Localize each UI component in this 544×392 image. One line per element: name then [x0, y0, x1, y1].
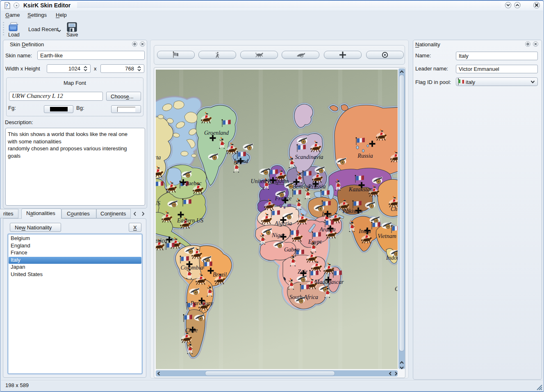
svg-text:Kazakstan: Kazakstan: [348, 186, 373, 193]
svg-text:Brazil: Brazil: [213, 272, 227, 278]
svg-text:?: ?: [6, 3, 8, 9]
svg-text:Gabon: Gabon: [284, 247, 300, 253]
svg-text:Egypt: Egypt: [308, 239, 322, 245]
svg-text:United Kingdom: United Kingdom: [251, 178, 289, 184]
svg-text:Groenland: Groenland: [204, 130, 229, 136]
svg-text:Russia: Russia: [357, 153, 373, 159]
svg-text:Chi: Chi: [391, 206, 398, 212]
svg-text:US: US: [156, 200, 160, 206]
svg-text:Eastern US: Eastern US: [177, 218, 203, 224]
svg-text:South Africa: South Africa: [289, 294, 318, 300]
svg-text:Mexico: Mexico: [156, 238, 167, 244]
svg-text:Vietnam: Vietnam: [378, 233, 396, 239]
svg-text:Arabia: Arabia: [319, 227, 336, 233]
svg-text:Indon: Indon: [386, 255, 398, 261]
svg-text:Scandinavia: Scandinavia: [295, 154, 323, 160]
svg-text:C: C: [395, 286, 398, 292]
svg-text:Quebec: Quebec: [184, 180, 202, 186]
svg-text:rta: rta: [156, 154, 161, 161]
svg-text:Colombia: Colombia: [180, 265, 203, 271]
